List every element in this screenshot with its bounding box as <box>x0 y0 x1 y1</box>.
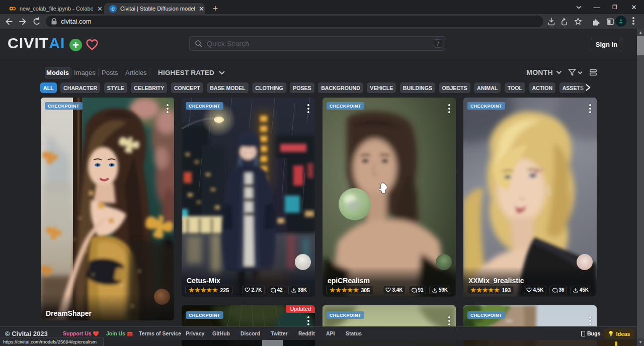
svg-text:C: C <box>111 6 115 11</box>
